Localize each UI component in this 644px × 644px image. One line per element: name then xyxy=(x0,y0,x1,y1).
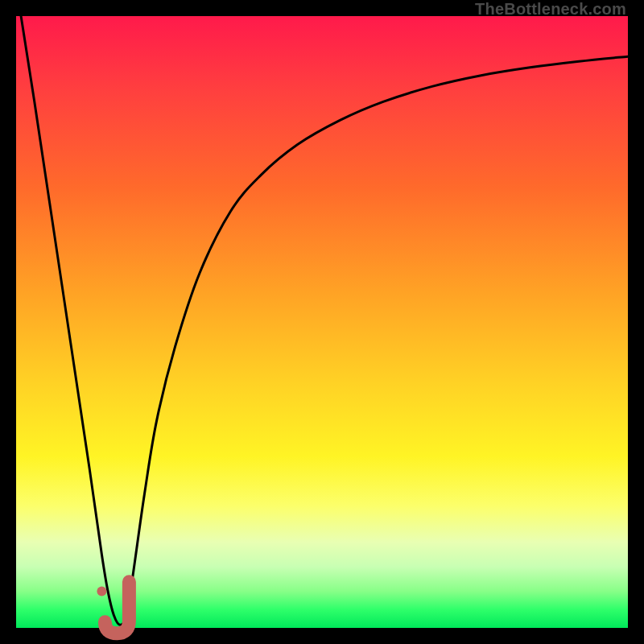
j-marker-group xyxy=(97,582,129,634)
watermark-label: TheBottleneck.com xyxy=(475,0,626,19)
chart-frame: TheBottleneck.com xyxy=(0,0,644,644)
bottleneck-curve-path xyxy=(21,16,628,625)
marker-dot-icon xyxy=(97,586,106,596)
chart-svg xyxy=(16,16,628,628)
